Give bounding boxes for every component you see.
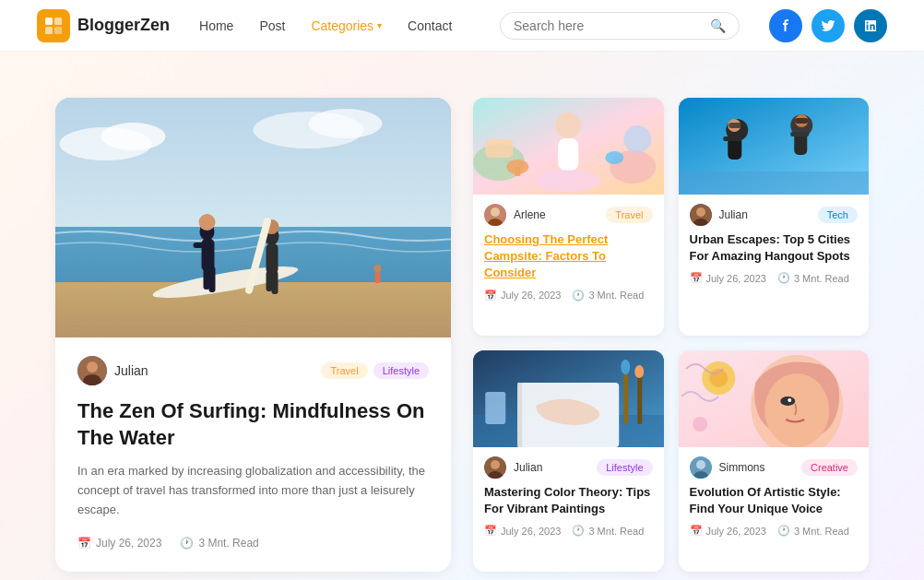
svg-point-30 [555, 112, 581, 138]
card-3-tag: Lifestyle [597, 459, 652, 476]
svg-rect-25 [375, 272, 381, 283]
card-1-author-row: Arlene Travel [484, 204, 653, 226]
card-4-avatar [690, 456, 712, 479]
featured-card: Julian Travel Lifestyle The Zen Of Surfi… [55, 98, 451, 572]
featured-avatar [77, 356, 107, 385]
card-1-avatar [484, 204, 506, 226]
calendar-icon: 📅 [690, 272, 703, 284]
card-4-meta: 📅 July 26, 2023 🕐 3 Mnt. Read [690, 525, 859, 537]
social-icons [769, 9, 887, 42]
card-1-author-info: Arlene [484, 204, 546, 226]
svg-point-8 [309, 109, 383, 138]
card-3-date: 📅 July 26, 2023 [484, 525, 561, 537]
card-3-author-name: Julian [514, 461, 542, 474]
calendar-icon: 📅 [484, 525, 497, 537]
featured-author-info: Julian [77, 356, 148, 385]
svg-point-65 [634, 365, 644, 378]
svg-point-35 [623, 125, 651, 153]
card-2-avatar [690, 204, 712, 226]
svg-point-63 [621, 360, 630, 374]
svg-rect-2 [45, 27, 53, 34]
svg-rect-52 [790, 132, 809, 136]
featured-date: 📅 July 26, 2023 [77, 537, 161, 550]
card-4-tag: Creative [801, 459, 858, 476]
svg-point-27 [87, 361, 98, 373]
main-content: Julian Travel Lifestyle The Zen Of Surfi… [0, 52, 924, 580]
tag-lifestyle: Lifestyle [373, 362, 429, 379]
calendar-icon: 📅 [484, 290, 497, 302]
card-2-author-info: Julian [690, 204, 748, 226]
facebook-button[interactable] [769, 9, 802, 42]
card-4-body: Simmons Creative Evolution Of Artistic S… [679, 447, 870, 548]
card-4-author-name: Simmons [719, 461, 765, 474]
brand-name: BloggerZen [77, 16, 170, 35]
svg-rect-67 [485, 392, 505, 397]
card-2-body: Julian Tech Urban Escapes: Top 5 Cities … [679, 195, 870, 295]
svg-point-39 [605, 151, 623, 164]
svg-rect-31 [558, 138, 578, 171]
card-3: Julian Lifestyle Mastering Color Theory:… [473, 350, 664, 572]
card-2-title: Urban Escapes: Top 5 Cities For Amazing … [690, 231, 859, 265]
svg-rect-1 [54, 18, 62, 25]
svg-rect-17 [209, 266, 216, 292]
featured-tags: Travel Lifestyle [321, 362, 429, 379]
card-1: Arlene Travel Choosing The Perfect Camps… [473, 98, 664, 336]
clock-icon: 🕐 [180, 537, 194, 550]
svg-point-41 [491, 207, 500, 217]
card-3-author-row: Julian Lifestyle [484, 456, 653, 479]
card-3-readtime: 🕐 3 Mnt. Read [572, 525, 644, 537]
navbar: BloggerZen Home Post Categories ▾ Contac… [0, 0, 924, 52]
svg-rect-19 [267, 243, 278, 274]
card-4-image [679, 350, 870, 447]
card-3-title: Mastering Color Theory: Tips For Vibrant… [484, 484, 653, 517]
svg-rect-53 [795, 118, 808, 124]
card-4-author-info: Simmons [690, 456, 765, 479]
clock-icon: 🕐 [572, 525, 585, 537]
svg-rect-34 [485, 139, 513, 158]
card-3-meta: 📅 July 26, 2023 🕐 3 Mnt. Read [484, 525, 653, 537]
card-1-readtime: 🕐 3 Mnt. Read [572, 290, 644, 302]
card-2-date: 📅 July 26, 2023 [690, 272, 766, 284]
svg-rect-3 [54, 27, 62, 34]
svg-rect-0 [45, 18, 53, 25]
card-4-readtime: 🕐 3 Mnt. Read [777, 525, 849, 537]
nav-home[interactable]: Home [199, 18, 233, 33]
card-3-body: Julian Lifestyle Mastering Color Theory:… [473, 447, 664, 548]
svg-rect-48 [729, 123, 741, 128]
card-4-date: 📅 July 26, 2023 [690, 525, 766, 537]
svg-point-36 [536, 170, 600, 192]
nav-categories[interactable]: Categories ▾ [311, 18, 382, 33]
logo-icon [37, 9, 70, 42]
card-2-author-name: Julian [719, 208, 748, 221]
search-input[interactable] [514, 18, 703, 33]
nav-links: Home Post Categories ▾ Contact [199, 18, 470, 33]
svg-rect-62 [623, 369, 628, 424]
featured-title: The Zen Of Surfing: Mindfulness On The W… [77, 398, 429, 451]
nav-post[interactable]: Post [259, 18, 285, 33]
card-grid: Arlene Travel Choosing The Perfect Camps… [473, 98, 869, 572]
featured-card-body: Julian Travel Lifestyle The Zen Of Surfi… [55, 337, 451, 572]
chevron-down-icon: ▾ [377, 20, 382, 30]
linkedin-button[interactable] [854, 9, 887, 42]
svg-point-78 [693, 417, 707, 432]
card-1-body: Arlene Travel Choosing The Perfect Camps… [473, 195, 664, 313]
clock-icon: 🕐 [777, 525, 790, 537]
card-3-avatar [484, 456, 506, 479]
calendar-icon: 📅 [690, 525, 703, 537]
card-3-author-info: Julian [484, 456, 542, 479]
svg-rect-66 [485, 392, 505, 424]
logo[interactable]: BloggerZen [37, 9, 170, 42]
svg-rect-64 [637, 373, 642, 424]
svg-rect-10 [55, 282, 451, 337]
card-4-author-row: Simmons Creative [690, 456, 859, 479]
card-2-author-row: Julian Tech [690, 204, 859, 226]
card-1-title[interactable]: Choosing The Perfect Campsite: Factors T… [484, 231, 653, 282]
featured-author-row: Julian Travel Lifestyle [77, 356, 429, 385]
card-1-tag: Travel [606, 207, 652, 223]
svg-point-14 [199, 214, 216, 231]
card-4-title: Evolution Of Artistic Style: Find Your U… [690, 484, 859, 517]
card-2-tag: Tech [818, 207, 858, 223]
nav-contact[interactable]: Contact [408, 18, 452, 33]
tag-travel: Travel [321, 362, 367, 379]
twitter-button[interactable] [811, 9, 845, 42]
